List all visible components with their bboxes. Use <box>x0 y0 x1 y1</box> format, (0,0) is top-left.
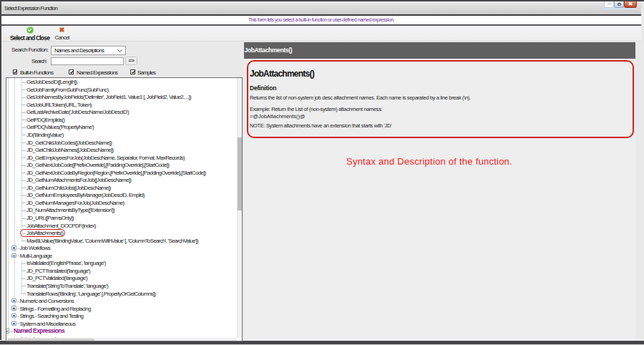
samples-checkbox[interactable] <box>130 69 135 74</box>
tree-item[interactable]: GetJobNamesByJobFields('Delimiter', JobF… <box>26 93 191 101</box>
function-description: Returns the list of non-system job desc … <box>250 94 471 102</box>
search-function-label: Search Function: <box>10 47 48 53</box>
tree-item[interactable]: GetPDQEmplids() <box>26 116 64 124</box>
tree-item[interactable]: JD_GetEmployeesForJob(JobDescName, Separ… <box>26 154 185 162</box>
cancel-button[interactable]: ✖ Cancel <box>54 26 70 41</box>
expand-icon[interactable] <box>11 246 16 251</box>
expand-icon[interactable] <box>11 306 16 311</box>
tree-item[interactable]: Named Expressions <box>14 327 64 335</box>
tree-item[interactable]: GetLastArchiveDate('JobDescName/JobDescI… <box>26 108 129 116</box>
tree-item[interactable]: Numeric and Conversions <box>20 297 74 305</box>
checkmark-icon <box>69 69 74 74</box>
tree-item[interactable]: JD_GetChildJobNames([JobDescName]) <box>26 146 113 154</box>
expand-icon[interactable] <box>11 314 16 319</box>
search-label: Search: <box>18 58 47 64</box>
function-example-label: Example: Return the List of (non-system)… <box>250 106 382 113</box>
tree-item[interactable]: IsValidated('EnglishPhrase', 'language') <box>26 259 106 267</box>
tree-item[interactable]: System and Miscellaneous <box>20 320 76 328</box>
tree-item[interactable]: TranslateRows('Binding', 'Language' [,Pr… <box>26 290 156 298</box>
tree-item[interactable]: Translate('StringToTranslate', 'language… <box>26 282 108 290</box>
tree-item[interactable]: Multi-Language <box>20 252 52 260</box>
tree-item[interactable]: Strings - Searching and Testing <box>20 312 84 320</box>
tree-item[interactable]: GetPDQValues('PropertyName') <box>26 123 94 131</box>
close-icon: ✖ <box>625 1 636 7</box>
annotation-text: Syntax and Description of the function. <box>346 156 512 167</box>
cancel-icon: ✖ <box>59 26 66 34</box>
search-input[interactable] <box>51 57 124 65</box>
tree-item[interactable]: GetJobDescID([Length]) <box>26 78 77 86</box>
named-expressions-checkbox[interactable] <box>69 69 74 74</box>
tree-item[interactable]: JD_PCTTranslated('language') <box>26 267 90 275</box>
tree-item[interactable]: MaxBLValue('BindingValue', 'ColumnWithVa… <box>26 237 198 245</box>
function-title: JobAttachments() <box>250 69 314 79</box>
tree-item[interactable]: JD_GetNextJobCode([PrefixOverride],[Padd… <box>26 161 169 169</box>
tree-item[interactable]: JD_GetNumEmployeesByManager(JobDescID, E… <box>26 191 145 199</box>
maximize-button[interactable] <box>614 1 624 8</box>
definition-heading: Definition <box>250 84 276 92</box>
search-go-button[interactable]: => <box>125 57 137 65</box>
function-example-code: =@JobAttachments()@ <box>250 113 382 120</box>
named-expressions-checkbox-label: Named Expressions <box>77 69 117 76</box>
tree-item[interactable]: JD_GetChildJobCodes([JobDescName]) <box>26 139 112 147</box>
checkmark-icon <box>13 69 18 74</box>
function-tree[interactable]: GetJobDescID([Length])GetJobFamilyFromSu… <box>6 77 243 341</box>
tree-item[interactable]: GetJobFamilyFromSubFunc(SubFunc) <box>26 86 108 94</box>
function-header-text: JobAttachments() <box>245 42 293 59</box>
toolbar <box>1 26 641 42</box>
tree-item[interactable]: JD_GetNextJobCodeByRegion(Region,[Prefix… <box>26 169 206 177</box>
tree-item[interactable]: JD('BindingValue') <box>26 131 64 139</box>
tree-item[interactable]: JD_PCTValidated('language') <box>26 274 87 282</box>
tree-item[interactable]: JD_GetNumAttachmentsForJob([JobDescName]… <box>26 176 131 184</box>
tree-vertical-scrollbar[interactable] <box>237 78 243 338</box>
title-bar[interactable]: Select Expression Function <box>1 1 641 14</box>
tree-vertical-scrollbar-thumb[interactable] <box>238 137 243 210</box>
tree-item[interactable]: JobAttachment_DOCPDF(index) <box>26 222 96 230</box>
select-and-close-button[interactable]: Select and Close <box>7 26 52 41</box>
function-header-bar: JobAttachments() <box>244 42 635 59</box>
cancel-label: Cancel <box>54 34 70 41</box>
tree-item[interactable]: JD_URL([ParmsOnly]) <box>26 214 74 222</box>
tree-horizontal-scrollbar[interactable] <box>6 338 237 341</box>
maximize-icon <box>618 3 621 6</box>
tree-horizontal-scrollbar-thumb[interactable] <box>7 339 94 341</box>
samples-checkbox-label: Samples <box>137 69 155 76</box>
search-function-value: Names and Descriptions <box>54 47 104 54</box>
expand-icon[interactable] <box>11 298 16 303</box>
function-note: NOTE: System attachments have an extensi… <box>250 122 391 130</box>
search-function-dropdown[interactable]: Names and Descriptions <box>51 46 126 56</box>
info-bar: This form lets you select a built-in fun… <box>1 14 641 26</box>
minimize-button[interactable] <box>604 1 614 8</box>
info-bar-text: This form lets you select a built-in fun… <box>1 17 641 22</box>
tree-item[interactable]: GetJobURLToken(URL, Token) <box>26 101 92 109</box>
select-and-close-label: Select and Close <box>7 34 52 42</box>
tree-item[interactable]: JD_GetNumManagersForJob(JobDescName) <box>26 199 124 207</box>
window-title: Select Expression Function <box>4 1 57 14</box>
expand-icon[interactable] <box>11 321 16 326</box>
chevron-down-icon <box>117 49 122 52</box>
highlight-oval <box>20 229 65 237</box>
tree-item[interactable]: JD_NumAttachmentsByType(['Extension']) <box>26 206 114 214</box>
select-and-close-icon <box>26 26 34 34</box>
window-border-left <box>0 0 1 345</box>
minimize-icon <box>608 3 612 5</box>
checkmark-icon <box>131 69 136 74</box>
tree-item[interactable]: JD_GetNumChildJobs([JobDescName]) <box>26 184 111 192</box>
built-in-functions-checkbox[interactable] <box>13 69 18 74</box>
window-buttons-glow <box>603 8 638 9</box>
collapse-icon[interactable] <box>6 329 9 334</box>
built-in-functions-checkbox-label: Built-in Functions <box>20 69 53 76</box>
function-example: Example: Return the List of (non-system)… <box>250 106 382 120</box>
select-expression-function-dialog: Select Expression Function ✖ This form l… <box>0 0 644 345</box>
tree-item[interactable]: Job Workflows <box>20 244 51 252</box>
close-button[interactable]: ✖ <box>624 1 637 8</box>
tree-item[interactable]: Strings - Formatting and Replacing <box>20 305 91 313</box>
collapse-icon[interactable] <box>11 253 16 258</box>
